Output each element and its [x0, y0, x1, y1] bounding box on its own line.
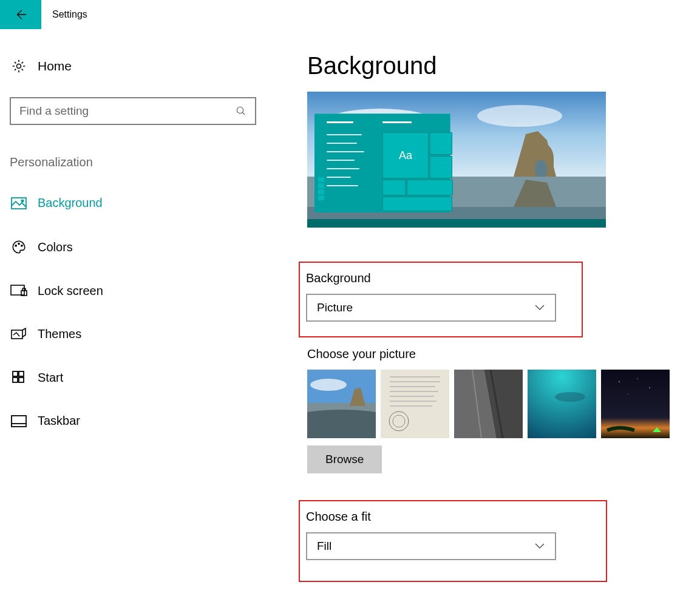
sidebar-item-label: Background [38, 196, 103, 210]
background-type-section: Background Picture [299, 262, 583, 337]
svg-rect-12 [13, 377, 18, 382]
titlebar: Settings [0, 0, 700, 29]
palette-icon [10, 239, 28, 255]
svg-rect-13 [19, 377, 24, 382]
svg-point-20 [535, 160, 547, 179]
svg-point-0 [17, 64, 21, 69]
svg-point-3 [21, 200, 23, 201]
sidebar-item-label: Lock screen [38, 284, 103, 298]
background-type-label: Background [306, 271, 576, 285]
home-label: Home [38, 59, 72, 73]
sidebar: Home Personalization Background [0, 52, 267, 592]
svg-point-1 [237, 107, 243, 113]
svg-point-40 [637, 378, 637, 379]
sidebar-item-lock-screen[interactable]: Lock screen [10, 278, 267, 304]
arrow-left-icon [14, 8, 27, 21]
search-input[interactable] [19, 104, 236, 118]
background-preview: Aa [307, 92, 606, 228]
picture-thumb[interactable] [381, 370, 449, 438]
svg-point-41 [649, 387, 650, 388]
choose-fit-section: Choose a fit Fill [299, 500, 607, 582]
sidebar-item-label: Themes [38, 327, 81, 341]
page-title: Background [307, 52, 700, 80]
svg-point-42 [628, 394, 629, 394]
svg-rect-25 [381, 370, 449, 438]
gear-icon [10, 58, 28, 74]
back-button[interactable] [0, 0, 41, 29]
search-box[interactable] [10, 97, 256, 125]
choose-picture-label: Choose your picture [307, 347, 700, 361]
preview-taskbar [307, 219, 606, 228]
sidebar-item-label: Start [38, 371, 63, 385]
sidebar-item-start[interactable]: Start [10, 364, 267, 391]
home-link[interactable]: Home [10, 52, 267, 80]
svg-rect-36 [528, 370, 596, 438]
svg-rect-14 [12, 416, 26, 427]
sidebar-item-label: Taskbar [38, 414, 80, 428]
window-title: Settings [52, 9, 87, 20]
svg-point-24 [310, 379, 347, 391]
svg-rect-11 [19, 371, 24, 376]
sidebar-item-colors[interactable]: Colors [10, 233, 267, 261]
dropdown-value: Picture [317, 301, 353, 314]
picture-thumb[interactable] [528, 370, 596, 438]
search-icon [236, 106, 246, 117]
chevron-down-icon [534, 304, 545, 311]
preview-start-overlay: Aa [314, 113, 450, 212]
category-title: Personalization [10, 155, 267, 169]
picture-thumb[interactable] [307, 370, 376, 438]
start-icon [10, 370, 28, 385]
lock-screen-icon [10, 285, 28, 298]
sidebar-item-themes[interactable]: Themes [10, 321, 267, 347]
browse-button[interactable]: Browse [307, 445, 382, 473]
svg-rect-9 [12, 330, 22, 339]
choose-fit-label: Choose a fit [306, 510, 600, 524]
svg-point-4 [15, 245, 16, 246]
taskbar-icon [10, 415, 28, 427]
dropdown-value: Fill [317, 540, 331, 553]
svg-point-5 [18, 243, 19, 245]
svg-point-37 [555, 392, 585, 402]
picture-thumb[interactable] [454, 370, 523, 438]
sidebar-item-background[interactable]: Background [10, 190, 267, 216]
picture-thumbnails [307, 370, 700, 438]
svg-rect-10 [13, 371, 18, 376]
preview-tile-text: Aa [382, 132, 429, 178]
background-type-dropdown[interactable]: Picture [306, 294, 556, 322]
themes-icon [10, 328, 28, 341]
sidebar-item-label: Colors [38, 240, 73, 254]
picture-thumb[interactable] [601, 370, 670, 438]
svg-point-19 [477, 105, 562, 127]
svg-point-39 [619, 381, 620, 382]
chevron-down-icon [534, 543, 545, 550]
content: Background [267, 52, 700, 592]
sidebar-item-taskbar[interactable]: Taskbar [10, 408, 267, 434]
fit-dropdown[interactable]: Fill [306, 532, 556, 560]
picture-icon [10, 197, 28, 209]
svg-point-6 [21, 245, 22, 246]
